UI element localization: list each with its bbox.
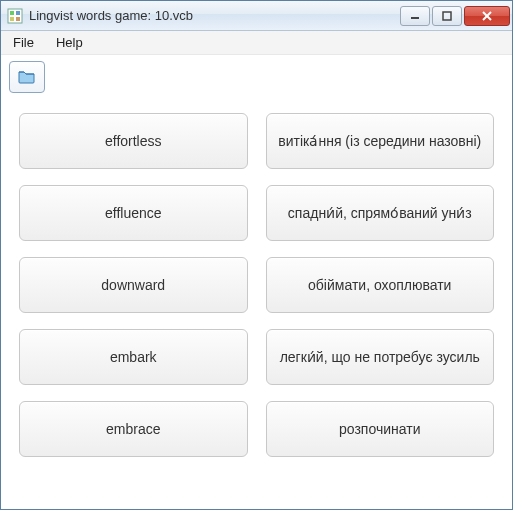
word-label: легки́й, що не потребує зусиль	[277, 349, 484, 365]
word-card-left[interactable]: downward	[19, 257, 248, 313]
open-file-button[interactable]	[9, 61, 45, 93]
window-title: Lingvist words game: 10.vcb	[29, 8, 400, 23]
titlebar: Lingvist words game: 10.vcb	[1, 1, 512, 31]
word-label: розпочинати	[277, 421, 484, 437]
menu-file[interactable]: File	[9, 33, 38, 52]
word-label: embrace	[30, 421, 237, 437]
word-label: effluence	[30, 205, 237, 221]
word-card-right[interactable]: спадни́й, спрямо́ваний уни́з	[266, 185, 495, 241]
word-card-right[interactable]: легки́й, що не потребує зусиль	[266, 329, 495, 385]
maximize-button[interactable]	[432, 6, 462, 26]
toolbar	[1, 55, 512, 99]
word-card-left[interactable]: effortless	[19, 113, 248, 169]
word-card-right[interactable]: витіка́ння (із середини назовні)	[266, 113, 495, 169]
app-icon	[7, 8, 23, 24]
svg-rect-4	[16, 17, 20, 21]
close-button[interactable]	[464, 6, 510, 26]
word-label: спадни́й, спрямо́ваний уни́з	[277, 205, 484, 221]
word-card-left[interactable]: embrace	[19, 401, 248, 457]
word-label: downward	[30, 277, 237, 293]
word-card-right[interactable]: розпочинати	[266, 401, 495, 457]
words-grid: effortless витіка́ння (із середини назов…	[19, 113, 494, 457]
word-card-left[interactable]: effluence	[19, 185, 248, 241]
app-window: Lingvist words game: 10.vcb File Help	[0, 0, 513, 510]
word-label: effortless	[30, 133, 237, 149]
word-card-left[interactable]: embark	[19, 329, 248, 385]
svg-rect-3	[10, 17, 14, 21]
content-area: effortless витіка́ння (із середини назов…	[1, 99, 512, 509]
svg-rect-5	[411, 17, 419, 19]
word-card-right[interactable]: обіймати, охоплювати	[266, 257, 495, 313]
svg-rect-1	[10, 11, 14, 15]
minimize-icon	[410, 11, 420, 21]
svg-rect-6	[443, 12, 451, 20]
maximize-icon	[442, 11, 452, 21]
minimize-button[interactable]	[400, 6, 430, 26]
word-label: обіймати, охоплювати	[277, 277, 484, 293]
close-icon	[481, 11, 493, 21]
window-controls	[400, 6, 510, 26]
open-folder-icon	[17, 68, 37, 86]
menu-help[interactable]: Help	[52, 33, 87, 52]
word-label: embark	[30, 349, 237, 365]
word-label: витіка́ння (із середини назовні)	[277, 133, 484, 149]
menu-bar: File Help	[1, 31, 512, 55]
svg-rect-2	[16, 11, 20, 15]
